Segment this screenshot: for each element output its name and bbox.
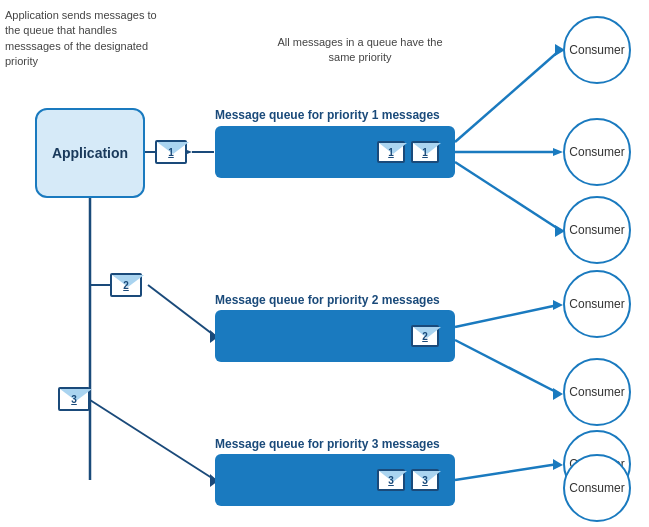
annotation-queue: All messages in a queue have the same pr… bbox=[270, 35, 450, 66]
queue-box-1: 1 1 bbox=[215, 126, 455, 178]
consumer-3: Consumer bbox=[563, 196, 631, 264]
consumer-1-label: Consumer bbox=[569, 43, 624, 57]
priority-1-label: 1 bbox=[168, 147, 174, 158]
priority-3-label: 3 bbox=[71, 394, 77, 405]
consumer-3-label: Consumer bbox=[569, 223, 624, 237]
queue-2-msg-a: 2 bbox=[411, 325, 439, 347]
queue-3-msg-b: 3 bbox=[411, 469, 439, 491]
queue-box-2: 2 bbox=[215, 310, 455, 362]
queue-1-messages: 1 1 bbox=[377, 141, 439, 163]
diagram: Application sends messages to the queue … bbox=[0, 0, 649, 527]
queue-1-msg-a: 1 bbox=[377, 141, 405, 163]
queue-box-3: 3 3 bbox=[215, 454, 455, 506]
svg-line-4 bbox=[455, 50, 560, 142]
queue-1-msg-b: 1 bbox=[411, 141, 439, 163]
queue-2-label: Message queue for priority 2 messages bbox=[215, 293, 440, 307]
consumer-2: Consumer bbox=[563, 118, 631, 186]
consumer-5-label: Consumer bbox=[569, 385, 624, 399]
svg-line-11 bbox=[148, 285, 215, 336]
consumer-5: Consumer bbox=[563, 358, 631, 426]
svg-line-8 bbox=[455, 162, 560, 230]
svg-marker-14 bbox=[553, 300, 563, 310]
consumer-7: Consumer bbox=[563, 454, 631, 522]
application-box: Application bbox=[35, 108, 145, 198]
queue-1-label: Message queue for priority 1 messages bbox=[215, 108, 440, 122]
svg-line-19 bbox=[90, 400, 215, 480]
app-label: Application bbox=[52, 145, 128, 161]
svg-marker-22 bbox=[553, 459, 563, 470]
queue-3-messages: 3 3 bbox=[377, 469, 439, 491]
standalone-msg-1: 1 bbox=[155, 140, 187, 164]
svg-line-21 bbox=[455, 464, 558, 480]
svg-line-13 bbox=[455, 305, 558, 327]
q2-msg-a-label: 2 bbox=[422, 331, 428, 342]
svg-marker-16 bbox=[553, 388, 563, 400]
svg-marker-7 bbox=[553, 148, 563, 156]
consumer-2-label: Consumer bbox=[569, 145, 624, 159]
consumer-1: Consumer bbox=[563, 16, 631, 84]
standalone-msg-3: 3 bbox=[58, 387, 90, 411]
queue-2-messages: 2 bbox=[411, 325, 439, 347]
standalone-msg-2: 2 bbox=[110, 273, 142, 297]
q3-msg-b-label: 3 bbox=[422, 475, 428, 486]
consumer-4-label: Consumer bbox=[569, 297, 624, 311]
svg-line-15 bbox=[455, 340, 558, 393]
priority-2-label: 2 bbox=[123, 280, 129, 291]
q3-msg-a-label: 3 bbox=[388, 475, 394, 486]
annotation-app: Application sends messages to the queue … bbox=[5, 8, 165, 70]
queue-3-label: Message queue for priority 3 messages bbox=[215, 437, 440, 451]
q1-msg-b-label: 1 bbox=[422, 147, 428, 158]
q1-msg-a-label: 1 bbox=[388, 147, 394, 158]
queue-3-msg-a: 3 bbox=[377, 469, 405, 491]
consumer-4: Consumer bbox=[563, 270, 631, 338]
consumer-7-label: Consumer bbox=[569, 481, 624, 495]
